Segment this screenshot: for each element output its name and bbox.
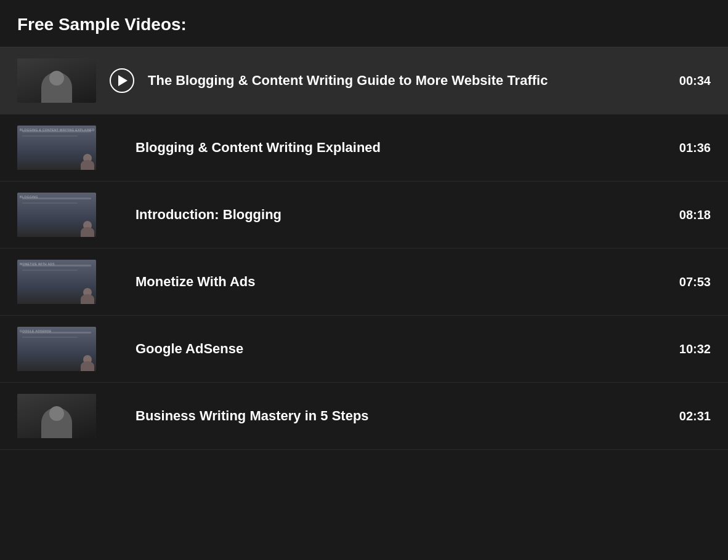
- video-duration-2: 01:36: [668, 141, 711, 155]
- video-title-3: Introduction: Blogging: [135, 206, 655, 224]
- video-duration-5: 10:32: [668, 342, 711, 356]
- video-thumbnail-4: MONETIZE WITH ADS: [17, 260, 96, 304]
- video-duration-4: 07:53: [668, 275, 711, 289]
- video-duration-3: 08:18: [668, 208, 711, 222]
- page-header: Free Sample Videos:: [0, 0, 728, 47]
- video-thumbnail-5: GOOGLE ADSENSE: [17, 327, 96, 371]
- video-item-2[interactable]: BLOGGING & CONTENT WRITING EXPLAINEDBlog…: [0, 114, 728, 182]
- video-title-6: Business Writing Mastery in 5 Steps: [135, 407, 655, 425]
- video-thumbnail-2: BLOGGING & CONTENT WRITING EXPLAINED: [17, 126, 96, 170]
- video-item-1[interactable]: The Blogging & Content Writing Guide to …: [0, 47, 728, 114]
- video-title-2: Blogging & Content Writing Explained: [135, 139, 655, 157]
- video-duration-1: 00:34: [668, 74, 711, 88]
- video-title-4: Monetize With Ads: [135, 273, 655, 291]
- play-button-1[interactable]: [108, 67, 135, 94]
- page-container: Free Sample Videos: The Blogging & Conte…: [0, 0, 728, 450]
- video-title-5: Google AdSense: [135, 340, 655, 358]
- video-list: The Blogging & Content Writing Guide to …: [0, 47, 728, 450]
- video-thumbnail-3: BLOGGING: [17, 193, 96, 237]
- video-item-6[interactable]: Business Writing Mastery in 5 Steps02:31: [0, 383, 728, 450]
- video-thumbnail-6: [17, 394, 96, 438]
- video-duration-6: 02:31: [668, 409, 711, 423]
- video-item-5[interactable]: GOOGLE ADSENSEGoogle AdSense10:32: [0, 316, 728, 383]
- play-icon: [118, 75, 127, 86]
- video-item-4[interactable]: MONETIZE WITH ADSMonetize With Ads07:53: [0, 249, 728, 316]
- video-title-1: The Blogging & Content Writing Guide to …: [148, 72, 655, 90]
- page-title: Free Sample Videos:: [17, 15, 711, 34]
- video-thumbnail-1: [17, 58, 96, 103]
- video-item-3[interactable]: BLOGGINGIntroduction: Blogging08:18: [0, 182, 728, 249]
